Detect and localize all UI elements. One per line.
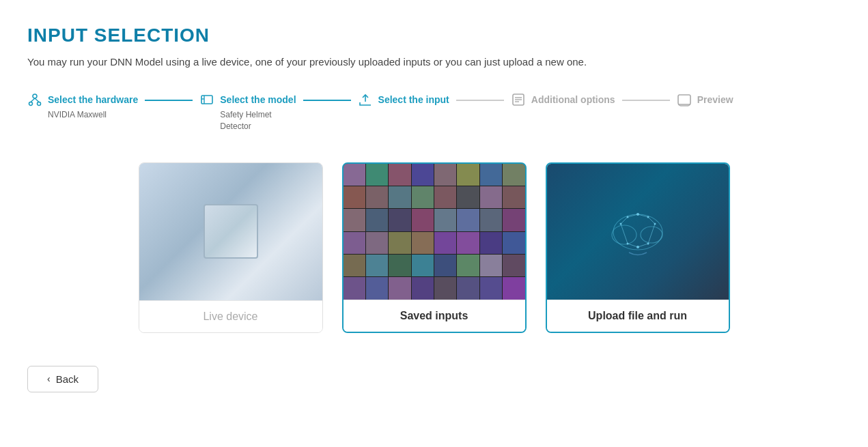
- cards-row: Live device Saved inputs: [27, 162, 841, 333]
- step-additional-options: Additional options: [511, 92, 615, 107]
- card-live-device-image: [139, 163, 322, 300]
- card-live-device[interactable]: Live device: [139, 162, 323, 333]
- step-select-input: Select the input: [358, 92, 449, 107]
- input-icon: [358, 92, 373, 107]
- svg-line-4: [35, 98, 39, 102]
- connector-2: [303, 100, 351, 101]
- stepper: Select the hardware NVIDIA Maxwell Selec…: [27, 92, 841, 132]
- preview-icon: [677, 92, 692, 107]
- page-description: You may run your DNN Model using a live …: [27, 56, 841, 68]
- step-select-model: Select the model Safety Helmet Detector: [199, 92, 296, 132]
- svg-point-1: [29, 102, 33, 106]
- step-select-hardware: Select the hardware NVIDIA Maxwell: [27, 92, 138, 121]
- connector-1: [145, 100, 193, 101]
- step-input-label: Select the input: [378, 94, 449, 105]
- card-saved-inputs-label: Saved inputs: [344, 300, 525, 332]
- step-model-sub: Safety Helmet Detector: [220, 109, 271, 132]
- connector-4: [622, 100, 670, 101]
- card-saved-inputs[interactable]: Saved inputs: [342, 162, 527, 333]
- model-icon: [199, 92, 214, 107]
- card-upload-file[interactable]: Upload file and run: [546, 162, 730, 333]
- back-button[interactable]: ‹ Back: [27, 366, 98, 392]
- card-saved-inputs-image: [344, 164, 525, 300]
- svg-point-0: [33, 94, 37, 98]
- svg-line-35: [638, 244, 648, 247]
- card-upload-label: Upload file and run: [547, 300, 729, 332]
- svg-point-2: [38, 102, 41, 106]
- svg-line-30: [648, 217, 655, 224]
- options-icon: [511, 92, 526, 107]
- step-preview: Preview: [677, 92, 759, 107]
- svg-line-33: [621, 224, 628, 244]
- card-upload-image: [547, 164, 729, 300]
- svg-rect-5: [201, 96, 212, 104]
- svg-line-3: [31, 98, 35, 102]
- connector-3: [456, 100, 504, 101]
- back-chevron-icon: ‹: [47, 373, 51, 384]
- step-hardware-label: Select the hardware: [48, 94, 138, 105]
- card-live-device-label: Live device: [139, 300, 322, 332]
- cloud-upload-icon: [600, 199, 675, 263]
- svg-line-31: [621, 217, 628, 224]
- svg-line-34: [628, 244, 638, 247]
- svg-rect-13: [678, 95, 690, 104]
- page-title: INPUT SELECTION: [27, 25, 841, 46]
- step-preview-label: Preview: [697, 94, 733, 105]
- step-hardware-sub: NVIDIA Maxwell: [48, 109, 107, 121]
- svg-point-19: [641, 227, 662, 243]
- hardware-icon: [27, 92, 42, 107]
- svg-point-17: [613, 214, 662, 250]
- step-options-label: Additional options: [531, 94, 615, 105]
- svg-point-18: [612, 225, 636, 244]
- step-model-label: Select the model: [220, 94, 296, 105]
- back-label: Back: [56, 373, 79, 385]
